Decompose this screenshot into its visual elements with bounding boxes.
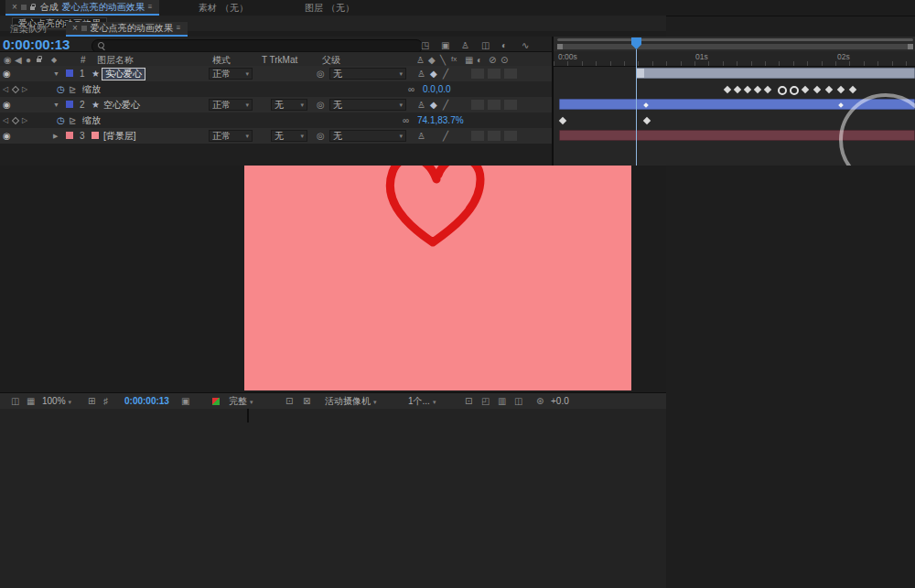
- keyframe-ease-icon[interactable]: [790, 86, 799, 95]
- draft-3d-icon[interactable]: [441, 41, 449, 50]
- fast-preview-icon[interactable]: [212, 398, 220, 405]
- snapshot-icon[interactable]: [11, 397, 19, 406]
- pixel-aspect-icon[interactable]: [465, 397, 472, 406]
- header-trkmat[interactable]: T TrkMat: [262, 56, 297, 65]
- frame-blend-icon[interactable]: [481, 41, 490, 50]
- shy-layers-icon[interactable]: [461, 41, 469, 50]
- stopwatch-icon[interactable]: [57, 85, 65, 94]
- layer-name[interactable]: 空心爱心: [103, 101, 140, 110]
- quality-toggle-icon[interactable]: [443, 132, 448, 141]
- previous-keyframe-icon[interactable]: [3, 117, 8, 124]
- timeline-jump-icon[interactable]: [498, 397, 506, 406]
- tab-layer[interactable]: 图层 （无）: [298, 0, 361, 16]
- shy-toggle-icon[interactable]: [417, 101, 425, 110]
- tab-render-queue[interactable]: 渲染队列: [4, 22, 53, 37]
- keyframe-icon[interactable]: [849, 86, 856, 93]
- time-navigator-bar[interactable]: [557, 38, 913, 41]
- tab-footage[interactable]: 素材 （无）: [192, 0, 254, 16]
- keyframe-icon[interactable]: [559, 117, 566, 124]
- header-parent[interactable]: 父级: [322, 56, 340, 65]
- tab-composition[interactable]: 合成 爱心点亮的动画效果: [5, 0, 159, 16]
- switch-cell[interactable]: [488, 69, 501, 79]
- layer-name[interactable]: [背景层]: [103, 132, 136, 141]
- pickwhip-icon[interactable]: [317, 101, 325, 110]
- property-value[interactable]: 74.1,83.7%: [417, 116, 464, 125]
- eye-icon[interactable]: [3, 132, 11, 141]
- blend-mode-select[interactable]: 正常: [209, 68, 253, 80]
- viewer-timecode[interactable]: 0:00:00:13: [124, 397, 169, 406]
- stopwatch-icon[interactable]: [57, 116, 65, 125]
- switch-cell[interactable]: [471, 100, 484, 110]
- next-keyframe-icon[interactable]: [22, 86, 27, 93]
- layer-row-1[interactable]: 1 实心爱心 正常 无: [0, 66, 552, 81]
- next-keyframe-icon[interactable]: [22, 117, 27, 124]
- keyframe-icon[interactable]: [643, 117, 651, 124]
- switch-cell[interactable]: [471, 131, 484, 141]
- shy-toggle-icon[interactable]: [417, 132, 425, 141]
- resolution-select[interactable]: 完整: [229, 397, 253, 406]
- property-name[interactable]: 缩放: [82, 85, 101, 94]
- parent-select[interactable]: 无: [329, 99, 406, 111]
- switch-cell[interactable]: [504, 69, 517, 79]
- keyframe-icon[interactable]: [724, 86, 731, 93]
- playhead-line[interactable]: [636, 49, 637, 166]
- camera-select[interactable]: 活动摄像机: [325, 397, 377, 406]
- transparency-grid-icon[interactable]: [303, 397, 310, 406]
- keyframe-marker[interactable]: [643, 102, 649, 108]
- eye-icon[interactable]: [3, 101, 11, 110]
- layer-color-swatch[interactable]: [66, 132, 73, 139]
- constrain-proportions-icon[interactable]: [403, 116, 409, 125]
- trkmat-select[interactable]: 无: [271, 99, 307, 111]
- eye-icon[interactable]: [3, 69, 11, 79]
- keyframe-icon[interactable]: [764, 86, 771, 93]
- header-layer-name[interactable]: 图层名称: [97, 56, 134, 65]
- expander-icon[interactable]: [53, 102, 59, 108]
- parent-select[interactable]: 无: [329, 68, 406, 80]
- layer-bar-in-handle[interactable]: [637, 69, 644, 78]
- comp-mini-flowchart-icon[interactable]: [421, 41, 429, 50]
- quality-toggle-icon[interactable]: [443, 101, 448, 110]
- view-options-icon[interactable]: [481, 397, 490, 406]
- exposure-value[interactable]: +0.0: [551, 397, 569, 406]
- layer-bar-1[interactable]: [636, 68, 915, 79]
- expander-icon[interactable]: [53, 133, 58, 139]
- switch-cell[interactable]: [504, 100, 517, 110]
- zoom-select[interactable]: 100%: [42, 397, 71, 406]
- add-keyframe-icon[interactable]: [12, 86, 19, 93]
- graph-toggle-icon[interactable]: [69, 116, 76, 125]
- blend-mode-select[interactable]: 正常: [209, 99, 253, 111]
- grid-guides-icon[interactable]: [88, 397, 95, 406]
- keyframe-icon[interactable]: [744, 86, 751, 93]
- switch-cell[interactable]: [488, 100, 501, 110]
- shy-toggle-icon[interactable]: [417, 69, 425, 79]
- property-row-scale-2[interactable]: 缩放 74.1,83.7%: [0, 112, 552, 128]
- keyframe-icon[interactable]: [734, 86, 741, 93]
- tab-timeline-comp[interactable]: 爱心点亮的动画效果: [66, 22, 188, 37]
- constrain-proportions-icon[interactable]: [408, 85, 414, 94]
- time-ruler[interactable]: 0:00s 01s 02s: [554, 51, 915, 67]
- layer-name[interactable]: 实心爱心: [102, 68, 145, 80]
- keyframe-ease-icon[interactable]: [778, 86, 787, 95]
- previous-keyframe-icon[interactable]: [3, 86, 8, 93]
- close-icon[interactable]: [12, 3, 17, 12]
- keyframe-icon[interactable]: [813, 86, 821, 93]
- mask-visibility-icon[interactable]: [103, 397, 108, 406]
- channels-icon[interactable]: [27, 397, 35, 406]
- current-timecode[interactable]: 0:00:00:13: [3, 37, 70, 51]
- motion-blur-icon[interactable]: [501, 41, 507, 50]
- keyframe-track-1[interactable]: [554, 81, 915, 97]
- keyframe-icon[interactable]: [837, 86, 845, 93]
- trkmat-select[interactable]: 无: [271, 130, 307, 142]
- switch-cell[interactable]: [504, 131, 517, 141]
- parent-select[interactable]: 无: [329, 130, 406, 142]
- panel-menu-icon[interactable]: [177, 25, 181, 32]
- snapshot-camera-icon[interactable]: [181, 397, 189, 406]
- collapse-toggle-icon[interactable]: [430, 101, 437, 110]
- timeline-right[interactable]: 0:00s 01s 02s: [552, 37, 915, 166]
- close-icon[interactable]: [72, 24, 78, 33]
- expander-icon[interactable]: [53, 70, 59, 77]
- layer-row-2[interactable]: 2 空心爱心 正常 无 无: [0, 97, 552, 112]
- blend-mode-select[interactable]: 正常: [209, 130, 253, 142]
- switch-cell[interactable]: [471, 69, 484, 79]
- quality-toggle-icon[interactable]: [443, 69, 448, 79]
